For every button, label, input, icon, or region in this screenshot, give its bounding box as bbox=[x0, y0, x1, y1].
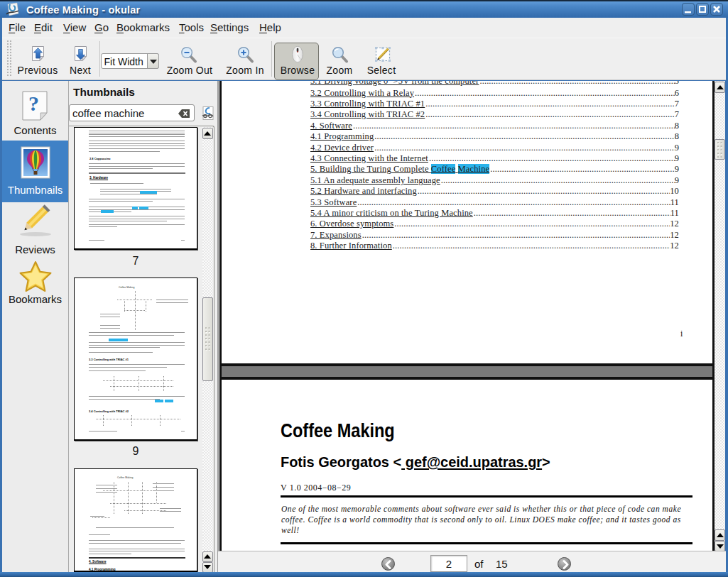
svg-text:?: ? bbox=[28, 92, 39, 115]
